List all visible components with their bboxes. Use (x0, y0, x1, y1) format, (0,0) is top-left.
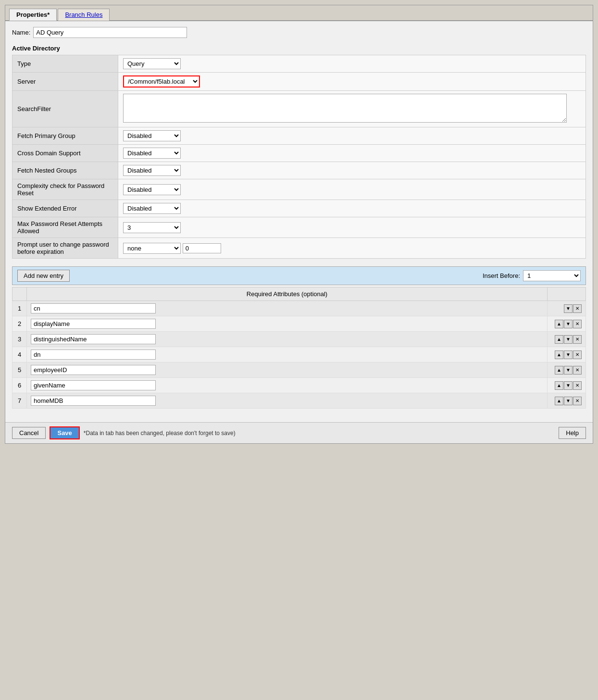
cancel-label: Cancel (19, 429, 38, 437)
save-label: Save (57, 429, 72, 437)
config-row-server: Server /Common/f5lab.local (12, 73, 586, 91)
row-number: 6 (12, 378, 27, 393)
row-number: 5 (12, 362, 27, 378)
save-button[interactable]: Save (50, 426, 79, 439)
prompt-user-select[interactable]: none days weeks (123, 243, 181, 254)
value-fetch-nested: Disabled Enabled (118, 162, 586, 179)
attribute-input[interactable] (31, 350, 156, 360)
value-extended-error: Disabled Enabled (118, 200, 586, 217)
name-label: Name: (12, 29, 30, 36)
insert-before-section: Insert Before: 1 2 3 4 5 6 7 (483, 270, 581, 281)
row-action-cell: ▲▼✕ (548, 393, 586, 409)
move-down-button[interactable]: ▼ (564, 335, 573, 344)
move-up-button[interactable]: ▲ (555, 350, 563, 359)
add-entry-toolbar: Add new entry Insert Before: 1 2 3 4 5 6… (12, 266, 586, 285)
tab-branch-rules[interactable]: Branch Rules (58, 9, 110, 21)
move-down-button[interactable]: ▼ (564, 397, 573, 405)
server-select[interactable]: /Common/f5lab.local (123, 75, 200, 88)
fetch-nested-select[interactable]: Disabled Enabled (123, 165, 181, 176)
move-down-button[interactable]: ▼ (564, 350, 573, 359)
attribute-input[interactable] (31, 334, 156, 344)
row-number: 1 (12, 301, 27, 316)
move-down-button[interactable]: ▼ (564, 304, 573, 313)
delete-button[interactable]: ✕ (573, 335, 582, 344)
label-extended-error: Show Extended Error (12, 200, 118, 217)
move-up-button[interactable]: ▲ (555, 366, 563, 375)
value-fetch-primary: Disabled Enabled (118, 127, 586, 145)
attribute-input[interactable] (31, 396, 156, 406)
delete-button[interactable]: ✕ (573, 304, 582, 313)
extended-error-select[interactable]: Disabled Enabled (123, 203, 181, 214)
label-fetch-primary: Fetch Primary Group (12, 127, 118, 145)
row-action-cell: ▼✕ (548, 301, 586, 316)
name-input[interactable] (33, 27, 187, 38)
label-type: Type (12, 55, 118, 73)
fetch-primary-select[interactable]: Disabled Enabled (123, 130, 181, 141)
cancel-button[interactable]: Cancel (12, 427, 46, 439)
value-prompt-user: none days weeks (118, 238, 586, 259)
move-up-button[interactable]: ▲ (555, 335, 563, 344)
tabs-bar: Properties* Branch Rules (5, 5, 593, 21)
table-row: 5▲▼✕ (12, 362, 586, 378)
type-select[interactable]: Query (123, 58, 181, 69)
table-row: 7▲▼✕ (12, 393, 586, 409)
branch-rules-tab-label: Branch Rules (65, 11, 102, 18)
row-action-cell: ▲▼✕ (548, 347, 586, 362)
table-row: 1▼✕ (12, 301, 586, 316)
attribute-input[interactable] (31, 380, 156, 390)
row-value-cell (27, 362, 548, 378)
row-value-cell (27, 301, 548, 316)
config-row-extended-error: Show Extended Error Disabled Enabled (12, 200, 586, 217)
config-row-prompt-user: Prompt user to change password before ex… (12, 238, 586, 259)
attr-header-actions (548, 288, 586, 301)
move-down-button[interactable]: ▼ (564, 366, 573, 375)
searchfilter-textarea[interactable] (123, 94, 567, 123)
table-row: 4▲▼✕ (12, 347, 586, 362)
footer-left: Cancel Save *Data in tab has been change… (12, 426, 236, 439)
value-complexity: Disabled Enabled (118, 179, 586, 200)
config-row-searchfilter: SearchFilter (12, 91, 586, 127)
row-value-cell (27, 347, 548, 362)
attribute-input[interactable] (31, 319, 156, 329)
label-prompt-user: Prompt user to change password before ex… (12, 238, 118, 259)
add-new-entry-button[interactable]: Add new entry (17, 270, 70, 282)
move-up-button[interactable]: ▲ (555, 381, 563, 390)
attribute-input[interactable] (31, 303, 156, 313)
row-action-cell: ▲▼✕ (548, 332, 586, 347)
move-up-button[interactable]: ▲ (555, 397, 563, 405)
value-cross-domain: Disabled Enabled (118, 145, 586, 162)
move-down-button[interactable]: ▼ (564, 320, 573, 328)
value-server: /Common/f5lab.local (118, 73, 586, 91)
config-row-fetch-nested: Fetch Nested Groups Disabled Enabled (12, 162, 586, 179)
row-value-cell (27, 332, 548, 347)
row-value-cell (27, 316, 548, 332)
complexity-select[interactable]: Disabled Enabled (123, 184, 181, 195)
table-row: 3▲▼✕ (12, 332, 586, 347)
label-complexity: Complexity check for Password Reset (12, 179, 118, 200)
config-row-max-reset: Max Password Reset Attempts Allowed 1 2 … (12, 217, 586, 238)
cross-domain-select[interactable]: Disabled Enabled (123, 148, 181, 159)
add-new-entry-label: Add new entry (24, 272, 63, 279)
max-reset-select[interactable]: 1 2 3 4 5 (123, 222, 181, 233)
row-number: 4 (12, 347, 27, 362)
value-searchfilter (118, 91, 586, 127)
help-button[interactable]: Help (559, 427, 586, 439)
move-down-button[interactable]: ▼ (564, 381, 573, 390)
tab-properties[interactable]: Properties* (9, 9, 57, 21)
delete-button[interactable]: ✕ (573, 350, 582, 359)
prompt-user-value-input[interactable] (183, 243, 221, 253)
delete-button[interactable]: ✕ (573, 381, 582, 390)
section-header: Active Directory (12, 45, 586, 52)
delete-button[interactable]: ✕ (573, 320, 582, 328)
attributes-table: Required Attributes (optional) 1▼✕2▲▼✕3▲… (12, 287, 586, 409)
delete-button[interactable]: ✕ (573, 366, 582, 375)
move-up-button[interactable]: ▲ (555, 320, 563, 328)
insert-before-select[interactable]: 1 2 3 4 5 6 7 (523, 270, 581, 281)
attribute-input[interactable] (31, 365, 156, 375)
row-action-cell: ▲▼✕ (548, 316, 586, 332)
delete-button[interactable]: ✕ (573, 397, 582, 405)
main-container: Properties* Branch Rules Name: Active Di… (5, 5, 593, 444)
table-row: 2▲▼✕ (12, 316, 586, 332)
config-table: Type Query Server /Common/f5lab.local (12, 55, 586, 259)
row-value-cell (27, 393, 548, 409)
